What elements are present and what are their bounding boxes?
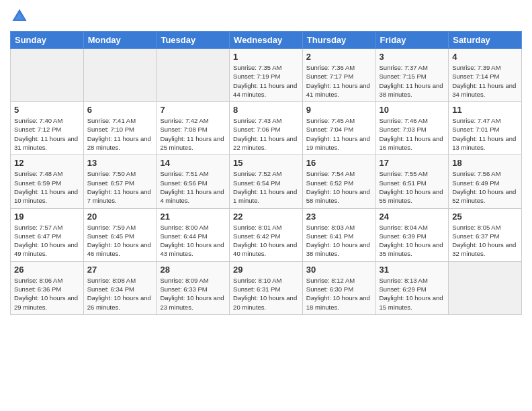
calendar-cell: 9Sunrise: 7:45 AM Sunset: 7:04 PM Daylig… <box>302 102 375 155</box>
day-number: 29 <box>233 265 299 275</box>
calendar-cell: 25Sunrise: 8:05 AM Sunset: 6:37 PM Dayli… <box>449 208 522 261</box>
calendar-cell: 13Sunrise: 7:50 AM Sunset: 6:57 PM Dayli… <box>83 155 157 208</box>
day-number: 19 <box>14 212 80 222</box>
day-number: 5 <box>14 105 80 115</box>
day-number: 23 <box>306 212 372 222</box>
calendar-cell: 26Sunrise: 8:06 AM Sunset: 6:36 PM Dayli… <box>11 261 84 314</box>
week-row-1: 1Sunrise: 7:35 AM Sunset: 7:19 PM Daylig… <box>11 49 522 102</box>
day-info: Sunrise: 7:50 AM Sunset: 6:57 PM Dayligh… <box>87 169 153 205</box>
day-info: Sunrise: 7:39 AM Sunset: 7:14 PM Dayligh… <box>452 63 518 99</box>
day-number: 17 <box>380 158 445 168</box>
day-number: 1 <box>233 52 299 62</box>
day-info: Sunrise: 8:01 AM Sunset: 6:42 PM Dayligh… <box>233 223 299 259</box>
day-number: 24 <box>380 212 445 222</box>
calendar-cell: 24Sunrise: 8:04 AM Sunset: 6:39 PM Dayli… <box>375 208 449 261</box>
day-number: 22 <box>233 212 299 222</box>
day-number: 26 <box>14 265 80 275</box>
calendar-cell: 6Sunrise: 7:41 AM Sunset: 7:10 PM Daylig… <box>83 102 157 155</box>
calendar-cell: 22Sunrise: 8:01 AM Sunset: 6:42 PM Dayli… <box>230 208 303 261</box>
day-info: Sunrise: 7:43 AM Sunset: 7:06 PM Dayligh… <box>233 116 299 152</box>
calendar-cell: 3Sunrise: 7:37 AM Sunset: 7:15 PM Daylig… <box>375 49 449 102</box>
calendar-cell: 4Sunrise: 7:39 AM Sunset: 7:14 PM Daylig… <box>449 49 522 102</box>
day-header-wednesday: Wednesday <box>230 32 303 49</box>
day-info: Sunrise: 8:08 AM Sunset: 6:34 PM Dayligh… <box>87 276 153 312</box>
calendar-cell: 5Sunrise: 7:40 AM Sunset: 7:12 PM Daylig… <box>11 102 84 155</box>
day-info: Sunrise: 7:37 AM Sunset: 7:15 PM Dayligh… <box>380 63 445 99</box>
day-info: Sunrise: 7:46 AM Sunset: 7:03 PM Dayligh… <box>380 116 445 152</box>
day-number: 27 <box>87 265 153 275</box>
day-info: Sunrise: 8:09 AM Sunset: 6:33 PM Dayligh… <box>160 276 226 312</box>
day-info: Sunrise: 7:59 AM Sunset: 6:45 PM Dayligh… <box>87 223 153 259</box>
header <box>10 7 522 26</box>
calendar-cell: 27Sunrise: 8:08 AM Sunset: 6:34 PM Dayli… <box>83 261 157 314</box>
calendar-cell: 17Sunrise: 7:55 AM Sunset: 6:51 PM Dayli… <box>375 155 449 208</box>
day-number: 14 <box>160 158 226 168</box>
day-info: Sunrise: 7:54 AM Sunset: 6:52 PM Dayligh… <box>306 169 372 205</box>
calendar-cell: 21Sunrise: 8:00 AM Sunset: 6:44 PM Dayli… <box>157 208 230 261</box>
calendar-cell: 31Sunrise: 8:13 AM Sunset: 6:29 PM Dayli… <box>375 261 449 314</box>
day-number: 4 <box>452 52 518 62</box>
day-info: Sunrise: 7:41 AM Sunset: 7:10 PM Dayligh… <box>87 116 153 152</box>
day-info: Sunrise: 7:47 AM Sunset: 7:01 PM Dayligh… <box>452 116 518 152</box>
day-info: Sunrise: 8:03 AM Sunset: 6:41 PM Dayligh… <box>306 223 372 259</box>
day-info: Sunrise: 7:42 AM Sunset: 7:08 PM Dayligh… <box>160 116 226 152</box>
day-number: 21 <box>160 212 226 222</box>
day-info: Sunrise: 7:57 AM Sunset: 6:47 PM Dayligh… <box>14 223 80 259</box>
day-info: Sunrise: 8:06 AM Sunset: 6:36 PM Dayligh… <box>14 276 80 312</box>
day-number: 31 <box>380 265 445 275</box>
day-info: Sunrise: 8:12 AM Sunset: 6:30 PM Dayligh… <box>306 276 372 312</box>
day-number: 28 <box>160 265 226 275</box>
day-number: 13 <box>87 158 153 168</box>
day-header-saturday: Saturday <box>449 32 522 49</box>
calendar-cell: 18Sunrise: 7:56 AM Sunset: 6:49 PM Dayli… <box>449 155 522 208</box>
calendar-cell: 2Sunrise: 7:36 AM Sunset: 7:17 PM Daylig… <box>302 49 375 102</box>
calendar-cell: 23Sunrise: 8:03 AM Sunset: 6:41 PM Dayli… <box>302 208 375 261</box>
day-number: 16 <box>306 158 372 168</box>
day-number: 7 <box>160 105 226 115</box>
day-number: 15 <box>233 158 299 168</box>
calendar-cell <box>83 49 157 102</box>
day-number: 2 <box>306 52 372 62</box>
day-info: Sunrise: 7:51 AM Sunset: 6:56 PM Dayligh… <box>160 169 226 205</box>
calendar-header-row: SundayMondayTuesdayWednesdayThursdayFrid… <box>11 32 522 49</box>
day-number: 8 <box>233 105 299 115</box>
day-info: Sunrise: 7:52 AM Sunset: 6:54 PM Dayligh… <box>233 169 299 205</box>
day-number: 30 <box>306 265 372 275</box>
calendar-cell: 29Sunrise: 8:10 AM Sunset: 6:31 PM Dayli… <box>230 261 303 314</box>
calendar-table: SundayMondayTuesdayWednesdayThursdayFrid… <box>10 31 522 315</box>
calendar-cell: 16Sunrise: 7:54 AM Sunset: 6:52 PM Dayli… <box>302 155 375 208</box>
day-number: 11 <box>452 105 518 115</box>
calendar-cell <box>157 49 230 102</box>
calendar-cell: 20Sunrise: 7:59 AM Sunset: 6:45 PM Dayli… <box>83 208 157 261</box>
calendar-cell: 8Sunrise: 7:43 AM Sunset: 7:06 PM Daylig… <box>230 102 303 155</box>
calendar-cell <box>449 261 522 314</box>
week-row-3: 12Sunrise: 7:48 AM Sunset: 6:59 PM Dayli… <box>11 155 522 208</box>
logo <box>10 7 32 26</box>
calendar-cell: 1Sunrise: 7:35 AM Sunset: 7:19 PM Daylig… <box>230 49 303 102</box>
week-row-4: 19Sunrise: 7:57 AM Sunset: 6:47 PM Dayli… <box>11 208 522 261</box>
day-number: 6 <box>87 105 153 115</box>
day-header-monday: Monday <box>83 32 157 49</box>
day-header-sunday: Sunday <box>11 32 84 49</box>
calendar-cell: 28Sunrise: 8:09 AM Sunset: 6:33 PM Dayli… <box>157 261 230 314</box>
day-info: Sunrise: 7:55 AM Sunset: 6:51 PM Dayligh… <box>380 169 445 205</box>
week-row-5: 26Sunrise: 8:06 AM Sunset: 6:36 PM Dayli… <box>11 261 522 314</box>
day-header-thursday: Thursday <box>302 32 375 49</box>
day-number: 10 <box>380 105 445 115</box>
calendar-cell: 14Sunrise: 7:51 AM Sunset: 6:56 PM Dayli… <box>157 155 230 208</box>
calendar-cell: 10Sunrise: 7:46 AM Sunset: 7:03 PM Dayli… <box>375 102 449 155</box>
calendar-cell: 19Sunrise: 7:57 AM Sunset: 6:47 PM Dayli… <box>11 208 84 261</box>
day-number: 18 <box>452 158 518 168</box>
day-info: Sunrise: 8:13 AM Sunset: 6:29 PM Dayligh… <box>380 276 445 312</box>
day-number: 12 <box>14 158 80 168</box>
calendar-cell: 15Sunrise: 7:52 AM Sunset: 6:54 PM Dayli… <box>230 155 303 208</box>
day-info: Sunrise: 7:40 AM Sunset: 7:12 PM Dayligh… <box>14 116 80 152</box>
day-number: 20 <box>87 212 153 222</box>
logo-icon <box>10 7 29 26</box>
day-header-friday: Friday <box>375 32 449 49</box>
calendar-cell: 7Sunrise: 7:42 AM Sunset: 7:08 PM Daylig… <box>157 102 230 155</box>
day-info: Sunrise: 7:36 AM Sunset: 7:17 PM Dayligh… <box>306 63 372 99</box>
page: SundayMondayTuesdayWednesdayThursdayFrid… <box>0 0 532 411</box>
day-number: 25 <box>452 212 518 222</box>
day-info: Sunrise: 8:05 AM Sunset: 6:37 PM Dayligh… <box>452 223 518 259</box>
